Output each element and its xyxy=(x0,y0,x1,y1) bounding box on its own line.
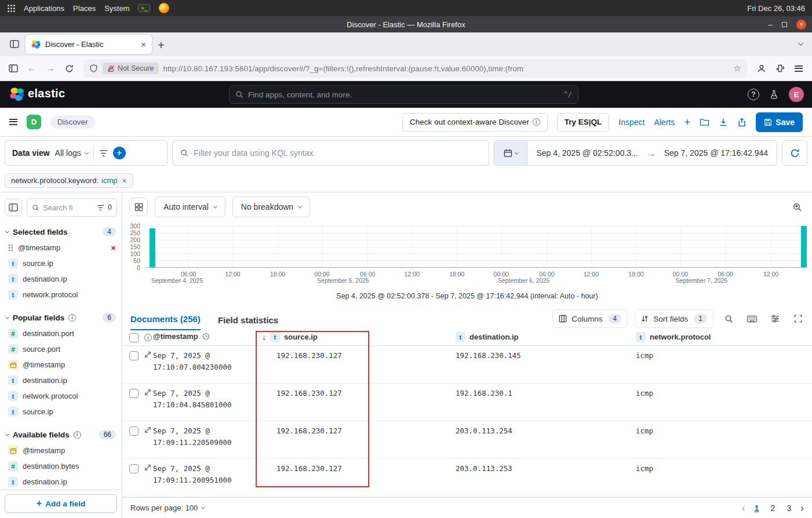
cell-timestamp[interactable]: Sep 7, 2025 @17:10:07.804230000 xyxy=(153,350,231,373)
column-header-destination-ip[interactable]: t destination.ip xyxy=(456,332,519,342)
field-item[interactable]: tnetwork.protocol xyxy=(0,287,122,302)
chart-toggle-button[interactable] xyxy=(129,198,148,216)
bookmark-star-icon[interactable]: ☆ xyxy=(734,63,741,74)
drag-handle-icon[interactable] xyxy=(8,244,13,251)
remove-filter-icon[interactable]: × xyxy=(122,177,126,185)
try-esql-button[interactable]: Try ES|QL xyxy=(557,113,610,132)
date-to[interactable]: Sep 7, 2025 @ 17:16:42.944 xyxy=(656,148,777,158)
column-header-timestamp[interactable]: @timestamp xyxy=(153,332,210,341)
field-item[interactable]: tdestination.ip xyxy=(0,373,122,388)
cell-network-protocol[interactable]: icmp xyxy=(636,425,653,437)
cell-network-protocol[interactable]: icmp xyxy=(636,388,653,399)
back-icon[interactable]: ← xyxy=(23,60,41,77)
window-titlebar[interactable]: Discover - Elastic — Mozilla Firefox – × xyxy=(0,16,812,32)
display-options-icon[interactable] xyxy=(767,311,783,327)
field-item[interactable]: tdestination.ip xyxy=(0,271,122,287)
url-bar[interactable]: Not Secure http://10.80.167.193:5601/app… xyxy=(83,59,747,78)
cell-destination-ip[interactable]: 192.168.230.145 xyxy=(456,350,521,362)
tab-close-icon[interactable]: × xyxy=(141,39,146,49)
new-search-icon[interactable]: + xyxy=(684,116,690,127)
field-item[interactable]: @timestamp× xyxy=(0,240,122,256)
page-button-1[interactable]: 1 xyxy=(752,504,761,513)
add-filter-button[interactable]: + xyxy=(113,147,126,159)
cell-timestamp[interactable]: Sep 7, 2025 @17:10:04.845801000 xyxy=(153,388,231,411)
reload-icon[interactable] xyxy=(60,60,78,77)
page-button-3[interactable]: 3 xyxy=(784,504,793,513)
cell-destination-ip[interactable]: 203.0.113.253 xyxy=(456,463,512,475)
field-item[interactable]: tsource.ip xyxy=(0,256,122,271)
refresh-button[interactable] xyxy=(782,140,807,166)
calendar-button[interactable] xyxy=(494,141,527,165)
tab-documents[interactable]: Documents (256) xyxy=(130,314,201,330)
browser-tab[interactable]: Discover - Elastic × xyxy=(26,35,152,54)
not-secure-badge[interactable]: Not Secure xyxy=(103,63,159,74)
popular-fields-header[interactable]: Popular fields i 6 xyxy=(0,309,122,326)
help-icon[interactable]: ? xyxy=(748,89,759,100)
interval-button[interactable]: Auto interval xyxy=(155,196,225,217)
firefox-icon[interactable] xyxy=(159,3,169,13)
cell-source-ip[interactable]: 192.168.230.127 xyxy=(276,388,342,399)
column-header-source-ip[interactable]: ↓ t source.ip xyxy=(262,332,318,342)
cell-timestamp[interactable]: Sep 7, 2025 @17:09:11.200951000 xyxy=(153,463,231,486)
inspect-link[interactable]: Inspect xyxy=(618,118,644,127)
download-icon[interactable] xyxy=(719,118,728,127)
add-field-button[interactable]: + Add a field xyxy=(5,494,117,513)
breadcrumb[interactable]: Discover xyxy=(50,115,95,129)
minimize-icon[interactable]: – xyxy=(768,20,773,29)
open-folder-icon[interactable] xyxy=(700,118,709,126)
firefox-view-icon[interactable] xyxy=(6,35,23,53)
url-text[interactable]: http://10.80.167.193:5601/app/discover#/… xyxy=(163,64,729,73)
cell-timestamp[interactable]: Sep 7, 2025 @17:09:11.220509000 xyxy=(153,425,231,448)
menu-places[interactable]: Places xyxy=(73,4,96,13)
page-button-2[interactable]: 2 xyxy=(768,504,777,513)
histogram[interactable] xyxy=(146,226,807,268)
field-item[interactable]: #source.port xyxy=(0,341,122,357)
expand-row-icon[interactable] xyxy=(144,389,151,396)
field-search[interactable]: 0 xyxy=(27,198,117,217)
field-item[interactable]: tsource.ip xyxy=(0,404,122,419)
field-item[interactable]: #destination.port xyxy=(0,326,122,341)
collapse-sidebar-button[interactable] xyxy=(5,199,22,216)
row-checkbox[interactable] xyxy=(129,426,139,436)
menu-applications[interactable]: Applications xyxy=(24,4,64,13)
columns-button[interactable]: Columns 4 xyxy=(552,309,628,328)
breakdown-button[interactable]: No breakdown xyxy=(232,196,310,217)
keyboard-icon[interactable] xyxy=(744,311,760,327)
rows-per-page-button[interactable]: Rows per page: 100 xyxy=(130,504,205,512)
field-item[interactable]: tdestination.ip xyxy=(0,474,122,490)
sidebar-toggle-icon[interactable] xyxy=(5,60,22,77)
expand-row-icon[interactable] xyxy=(144,426,151,433)
cell-network-protocol[interactable]: icmp xyxy=(636,350,653,362)
search-icon[interactable] xyxy=(720,311,737,327)
terminal-icon[interactable]: >_ xyxy=(138,4,150,12)
expand-row-icon[interactable] xyxy=(144,464,151,471)
filter-pill[interactable]: network.protocol.keyword:icmp× xyxy=(5,173,133,188)
new-tab-icon[interactable]: + xyxy=(158,39,165,51)
field-item[interactable]: @timestamp xyxy=(0,443,122,458)
row-checkbox[interactable] xyxy=(129,389,139,398)
menu-system[interactable]: System xyxy=(104,4,129,13)
row-checkbox[interactable] xyxy=(129,464,139,473)
space-badge[interactable]: D xyxy=(27,115,41,129)
available-fields-header[interactable]: Available fields i 66 xyxy=(0,426,122,443)
chart-options-icon[interactable] xyxy=(788,198,806,216)
data-view-button[interactable]: All logs xyxy=(55,148,88,158)
expand-row-icon[interactable] xyxy=(144,351,151,358)
desktop-clock[interactable]: Fri Dec 26, 03:46 xyxy=(747,4,805,13)
cell-destination-ip[interactable]: 203.0.113.254 xyxy=(456,425,512,437)
selected-fields-header[interactable]: Selected fields 4 xyxy=(0,224,122,240)
row-checkbox[interactable] xyxy=(129,351,139,360)
cell-source-ip[interactable]: 192.168.230.127 xyxy=(276,463,342,475)
restore-icon[interactable] xyxy=(782,22,787,27)
user-avatar[interactable]: E xyxy=(789,87,804,102)
field-item[interactable]: tnetwork.protocol xyxy=(0,388,122,404)
histogram-bar[interactable] xyxy=(150,228,155,267)
date-from[interactable]: Sep 4, 2025 @ 02:52:00.3... xyxy=(527,148,646,158)
field-item[interactable]: @timestamp xyxy=(0,357,122,373)
remove-field-icon[interactable]: × xyxy=(111,243,116,252)
save-button[interactable]: Save xyxy=(756,112,803,132)
extensions-icon[interactable] xyxy=(771,60,789,77)
histogram-bar[interactable] xyxy=(801,226,807,267)
kql-search-bar[interactable] xyxy=(172,140,489,166)
global-search-input[interactable] xyxy=(248,90,559,99)
